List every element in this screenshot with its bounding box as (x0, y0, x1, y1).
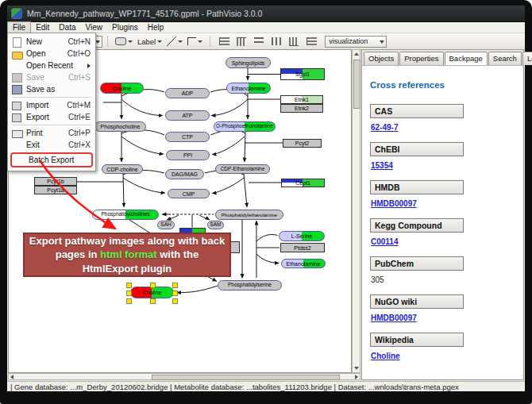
menu-plugins[interactable]: Plugins (107, 22, 143, 33)
node-phosphocholine[interactable]: Phosphocholine (94, 121, 146, 132)
visualization-combobox[interactable]: visualization (325, 36, 387, 48)
menu-item-save-as[interactable]: Save as (10, 83, 94, 95)
node-choline-top[interactable]: Choline (100, 83, 144, 94)
align-center-button[interactable] (218, 36, 230, 48)
xref-link-hmdb[interactable]: HMDB00097 (371, 199, 515, 208)
menu-item-export[interactable]: ExportCtrl+E (10, 111, 94, 123)
xref-header-wikipedia: Wikipedia (370, 333, 464, 347)
menu-item-save: SaveCtrl+S (10, 71, 94, 83)
node-l-serine[interactable]: L-Serine (279, 231, 325, 241)
node-sphingolipids[interactable]: Sphingolipids (226, 57, 271, 68)
node-sgpl1[interactable]: Sgpl1 (280, 68, 325, 80)
node-pcyt1a[interactable]: Pcyt1a (34, 186, 77, 194)
chevron-down-icon (128, 40, 133, 43)
menu-item-batch-export[interactable]: Batch Export (12, 154, 91, 166)
node-sah[interactable]: SAH (157, 221, 175, 229)
submenu-arrow-icon (87, 63, 91, 68)
label-button-text: Label (137, 37, 156, 46)
scroll-down-icon[interactable] (354, 367, 359, 370)
vertical-scroll-thumb[interactable] (353, 60, 360, 109)
node-etnk2[interactable]: Etnk2 (280, 104, 323, 113)
xref-link-cas[interactable]: 62-49-7 (371, 123, 515, 132)
selection-handle[interactable] (150, 298, 156, 304)
scroll-right-icon[interactable] (355, 375, 358, 379)
align-middle-button[interactable] (235, 36, 248, 48)
horizontal-scroll-thumb[interactable] (152, 375, 340, 380)
node-adp[interactable]: ADP (165, 88, 210, 98)
tab-properties[interactable]: Properties (399, 52, 443, 65)
menu-item-import[interactable]: ImportCtrl+M (10, 99, 94, 111)
xref-link-kegg[interactable]: C00114 (371, 237, 515, 246)
node-phosphatidylserine[interactable]: Phosphatidylserine (218, 280, 282, 290)
menu-item-open[interactable]: OpenCtrl+O (10, 48, 94, 60)
menu-item-print[interactable]: PrintCtrl+P (10, 127, 94, 139)
distribute-horizontal-icon (272, 37, 281, 45)
menu-file[interactable]: File (7, 21, 31, 33)
menu-item-open-recent[interactable]: Open Recent (10, 60, 94, 71)
tab-search[interactable]: Search (488, 52, 522, 65)
scroll-left-icon[interactable] (10, 375, 13, 379)
node-cdp-ethanolamine[interactable]: CDP-Ethanolamine (215, 164, 270, 174)
node-pcyt2[interactable]: Pcyt2 (283, 139, 322, 148)
xref-link-nugo[interactable]: HMDB00097 (371, 314, 515, 322)
tab-objects[interactable]: Objects (364, 52, 399, 65)
xref-header-kegg: Kegg Compound (370, 218, 464, 233)
node-choline-selected[interactable]: Choline (130, 287, 174, 298)
tab-backpage[interactable]: Backpage (445, 52, 488, 65)
selection-handle[interactable] (126, 290, 132, 296)
canvas-vertical-scrollbar[interactable] (352, 49, 360, 373)
tab-legend[interactable]: Legend (522, 52, 532, 65)
scroll-up-icon[interactable] (354, 52, 359, 56)
xref-link-chebi[interactable]: 15354 (371, 161, 515, 170)
selection-handle[interactable] (172, 298, 178, 304)
menu-item-exit[interactable]: ExitCtrl+X (10, 139, 94, 151)
backpage-content: Cross references CAS 62-49-7 ChEBI 15354… (362, 66, 523, 372)
align-left-button[interactable] (305, 36, 318, 48)
node-pcyt1b[interactable]: Pcyt1b (34, 177, 77, 186)
node-cept1[interactable]: Cept1 (281, 179, 325, 187)
label-template-button[interactable]: Label (137, 36, 162, 48)
line-tool-button[interactable] (167, 36, 183, 48)
node-ctp[interactable]: CTP (165, 132, 210, 142)
node-ptdss2[interactable]: Ptdss2 (280, 243, 325, 252)
menu-bar: File Edit Data View Plugins Help (7, 22, 525, 33)
connector-tool-button[interactable] (187, 36, 202, 48)
distribute-horizontal-button[interactable] (270, 36, 283, 48)
elbow-connector-icon (187, 37, 196, 45)
datanode-template-button[interactable] (115, 36, 133, 48)
print-icon (12, 129, 22, 137)
node-etnk1[interactable]: Etnk1 (280, 95, 323, 104)
selection-handle[interactable] (150, 283, 156, 288)
node-atp[interactable]: ATP (165, 110, 210, 121)
node-cmp[interactable]: CMP (168, 189, 210, 198)
selection-handle[interactable] (126, 298, 132, 304)
selection-handle[interactable] (172, 290, 178, 296)
node-ethanolamine-top[interactable]: Ethanolamine (226, 83, 271, 94)
title-bar[interactable]: Mm_Kennedy_pathway_WP1771_45176.gpml - P… (7, 6, 525, 21)
node-dag[interactable]: DAG/MAG (165, 169, 204, 179)
node-o-phosphoethanolamine[interactable]: O-Phosphoethanolamine (214, 121, 276, 132)
distribute-vertical-button[interactable] (253, 36, 265, 48)
canvas-horizontal-scrollbar[interactable] (8, 373, 360, 380)
node-cdp-choline[interactable]: CDP-choline (102, 164, 143, 174)
node-phosphatidylcholines[interactable]: Phosphatidylcholines (92, 210, 159, 220)
selection-handle[interactable] (172, 283, 178, 288)
selection-handle[interactable] (126, 283, 132, 288)
save-icon (12, 73, 22, 82)
chevron-down-icon[interactable] (380, 40, 384, 44)
visualization-value: visualization (329, 37, 368, 45)
node-ethanolamine-bottom[interactable]: Ethanolamine (281, 259, 326, 268)
menu-item-new[interactable]: NewCtrl+N (10, 36, 94, 48)
align-bottom-icon (289, 37, 299, 46)
menu-data[interactable]: Data (54, 22, 80, 33)
xref-link-wikipedia[interactable]: Choline (371, 352, 515, 360)
menu-edit[interactable]: Edit (31, 22, 54, 33)
node-sam[interactable]: SAM (207, 221, 224, 229)
menu-view[interactable]: View (80, 22, 107, 33)
node-ppi[interactable]: PPi (166, 150, 210, 160)
new-document-icon (12, 37, 22, 46)
align-bottom-button[interactable] (287, 36, 300, 48)
node-phosphatidylethanolamine[interactable]: Phosphatidylethanolamine (215, 210, 283, 220)
menu-help[interactable]: Help (143, 22, 169, 33)
xref-header-chebi: ChEBI (370, 142, 464, 156)
